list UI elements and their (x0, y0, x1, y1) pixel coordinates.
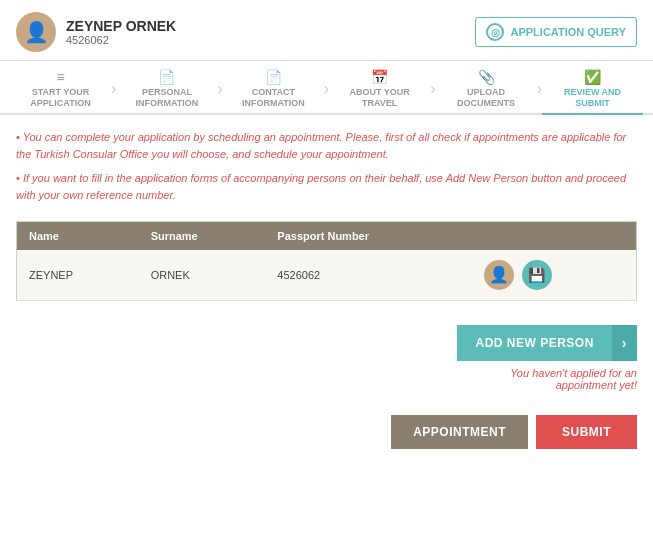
upload-icon: 📎 (478, 69, 495, 85)
table-row: ZEYNEP ORNEK 4526062 👤 💾 (17, 250, 637, 301)
info-section: You can complete your application by sch… (0, 115, 653, 221)
appointment-button[interactable]: APPOINTMENT (391, 415, 528, 449)
header-left: 👤 ZEYNEP ORNEK 4526062 (16, 12, 176, 52)
query-icon: ◎ (486, 23, 504, 41)
col-name: Name (17, 221, 139, 250)
table-header-row: Name Surname Passport Number (17, 221, 637, 250)
add-person-button[interactable]: ADD NEW PERSON › (457, 325, 637, 361)
table-section: Name Surname Passport Number ZEYNEP ORNE… (0, 221, 653, 311)
contact-icon: 📄 (265, 69, 282, 85)
start-icon: ≡ (56, 69, 64, 85)
cell-name: ZEYNEP (17, 250, 139, 301)
bottom-section: ADD NEW PERSON › You haven't applied for… (0, 311, 653, 405)
save-record-button[interactable]: 💾 (522, 260, 552, 290)
info-line-2: If you want to fill in the application f… (16, 170, 637, 205)
person-profile-button[interactable]: 👤 (484, 260, 514, 290)
step-upload[interactable]: 📎 UPLOADDOCUMENTS (436, 61, 537, 113)
user-name: ZEYNEP ORNEK (66, 18, 176, 34)
add-person-label: ADD NEW PERSON (457, 326, 611, 360)
applicants-table: Name Surname Passport Number ZEYNEP ORNE… (16, 221, 637, 301)
step-personal[interactable]: 📄 PERSONALINFORMATION (116, 61, 217, 113)
step-review[interactable]: ✅ REVIEW AND SUBMIT (542, 61, 643, 115)
col-passport: Passport Number (265, 221, 471, 250)
avatar: 👤 (16, 12, 56, 52)
header: 👤 ZEYNEP ORNEK 4526062 ◎ APPLICATION QUE… (0, 0, 653, 61)
step-start[interactable]: ≡ START YOURAPPLICATION (10, 61, 111, 113)
user-id: 4526062 (66, 34, 176, 46)
app-query-button[interactable]: ◎ APPLICATION QUERY (475, 17, 637, 47)
col-surname: Surname (139, 221, 266, 250)
review-icon: ✅ (584, 69, 601, 85)
row-actions: 👤 💾 (484, 260, 624, 290)
cell-passport: 4526062 (265, 250, 471, 301)
step-contact[interactable]: 📄 CONTACTINFORMATION (223, 61, 324, 113)
not-applied-text: You haven't applied for anappointment ye… (510, 367, 637, 391)
user-info: ZEYNEP ORNEK 4526062 (66, 18, 176, 46)
nav-steps: ≡ START YOURAPPLICATION › 📄 PERSONALINFO… (0, 61, 653, 115)
app-query-label: APPLICATION QUERY (510, 26, 626, 38)
cell-actions: 👤 💾 (472, 250, 637, 301)
col-actions (472, 221, 637, 250)
step-travel[interactable]: 📅 ABOUT YOURTRAVEL (329, 61, 430, 113)
info-line-1: You can complete your application by sch… (16, 129, 637, 164)
footer-buttons: APPOINTMENT SUBMIT (0, 405, 653, 465)
submit-button[interactable]: SUBMIT (536, 415, 637, 449)
travel-icon: 📅 (371, 69, 388, 85)
cell-surname: ORNEK (139, 250, 266, 301)
personal-icon: 📄 (158, 69, 175, 85)
add-person-arrow-icon: › (612, 325, 637, 361)
